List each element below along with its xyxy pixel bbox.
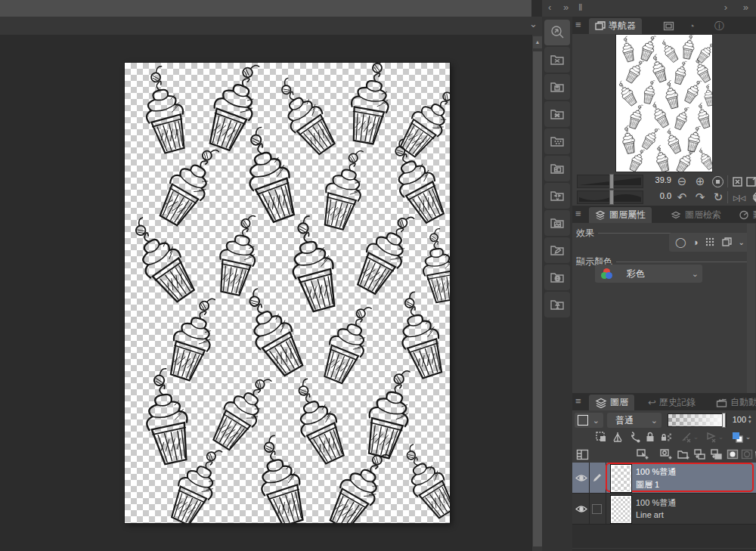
actual-size-icon[interactable] — [743, 174, 756, 189]
dock-drag-handle[interactable]: ‖ — [578, 2, 582, 13]
tab-navigator-label: 導航器 — [609, 20, 636, 33]
panel-forward-icon[interactable]: › — [724, 2, 727, 13]
layer-row-2[interactable]: 100 %普通 Line art — [572, 493, 756, 524]
new-vector-layer-icon[interactable] — [658, 447, 673, 462]
zoom-value: 39.9 — [644, 175, 671, 184]
material-folder-move-icon[interactable] — [544, 183, 570, 209]
tab-layer-search[interactable]: 圖層檢索 — [665, 207, 727, 223]
new-layer-folder-icon[interactable] — [675, 447, 690, 462]
spinner-down-icon[interactable]: ▾ — [748, 419, 751, 424]
layer-tab-bar: ≡ 圖層 ↩ 歷史記錄 自動動作 — [572, 393, 756, 410]
fit-to-screen-icon[interactable] — [730, 174, 745, 189]
canvas-page[interactable] — [125, 63, 450, 523]
quick-zoom-navigate-icon[interactable] — [544, 20, 570, 45]
opacity-spinner[interactable]: ▴ ▾ — [748, 413, 751, 424]
new-raster-layer-icon[interactable] — [634, 447, 649, 462]
create-layer-mask-icon[interactable] — [725, 447, 740, 462]
chevron-down-icon[interactable]: ⌄ — [745, 433, 751, 441]
panel-more-icon[interactable]: » — [743, 2, 748, 13]
delete-layer-icon[interactable] — [752, 447, 756, 462]
zoom-reset-icon[interactable] — [712, 176, 723, 187]
canvas-viewport[interactable] — [0, 35, 531, 551]
zoom-slider-handle[interactable] — [609, 174, 614, 189]
layer-checkbox[interactable] — [592, 504, 602, 514]
tab-layer-property[interactable]: 圖層屬性 — [589, 207, 652, 223]
scrollbar-thumb[interactable] — [533, 51, 542, 546]
material-folder-saved-icon[interactable] — [544, 74, 570, 100]
layer-color-effect-icon[interactable] — [721, 237, 733, 249]
tab-history[interactable]: ↩ 歷史記錄 — [642, 395, 702, 410]
layer-visibility-icon[interactable] — [574, 470, 589, 485]
lock-layer-icon[interactable] — [643, 429, 658, 444]
tab-navigator[interactable]: 導航器 — [589, 18, 642, 34]
layer-thumbnail[interactable] — [611, 496, 631, 523]
zoom-slider[interactable] — [577, 175, 643, 188]
display-color-dropdown[interactable]: 彩色 ⌄ — [595, 265, 702, 283]
tab-auto-action[interactable]: 自動動作 — [710, 395, 756, 410]
collapse-dock-icon[interactable]: ‹ — [548, 2, 551, 13]
rotate-right-icon[interactable]: ↷ — [693, 190, 707, 204]
chevron-down-icon[interactable]: ⌄ — [718, 433, 724, 441]
divider — [727, 175, 728, 187]
spinner-up-icon[interactable]: ▴ — [748, 413, 751, 419]
layer-menu-icon[interactable]: ≡ — [575, 395, 587, 407]
material-folder-edit-icon[interactable] — [544, 237, 570, 263]
blend-mode-dropdown[interactable]: 普通 ⌄ — [607, 413, 662, 428]
divider — [589, 494, 590, 524]
flip-horizontal-icon[interactable]: ▷|◁ — [730, 191, 749, 205]
layer-row-1[interactable]: 100 %普通 圖層 1 — [572, 463, 756, 493]
disabled-ruler-icon[interactable]: ⌄ — [678, 429, 701, 444]
dropdown-chevron-icon: ⌄ — [651, 416, 662, 426]
border-effect-icon[interactable]: ◯ — [675, 237, 686, 247]
layer-name[interactable]: Line art — [636, 510, 664, 519]
reset-rotate-icon[interactable]: ↻ — [711, 190, 725, 204]
material-folder-tone-icon[interactable] — [544, 128, 570, 154]
tab-item-bank[interactable]: ◔ — [683, 18, 701, 34]
flip-vertical-icon[interactable] — [749, 190, 756, 205]
layer-property-scrollbar[interactable] — [747, 224, 755, 408]
zoom-out-icon[interactable]: ⊖ — [675, 175, 689, 188]
canvas-tab-list-chevron-icon[interactable]: ⌄ — [529, 18, 538, 29]
change-palette-layout-icon[interactable] — [575, 447, 590, 462]
layer-color-toggle-icon[interactable]: ⌄ — [728, 429, 754, 444]
divider — [572, 524, 756, 525]
rotate-value: 0.0 — [644, 191, 671, 200]
disabled-mask-icon[interactable]: ⌄ — [703, 429, 726, 444]
tab-sub-view[interactable] — [657, 18, 680, 34]
layer-thumbnail[interactable] — [611, 465, 631, 492]
layer-visibility-icon[interactable] — [574, 501, 589, 516]
rotate-slider-handle[interactable] — [609, 190, 614, 205]
merge-with-lower-layer-icon[interactable] — [708, 447, 723, 462]
effect-more-chevron-icon[interactable]: ⌄ — [739, 239, 745, 246]
canvas-vertical-scrollbar[interactable]: ▲ — [531, 35, 543, 551]
tab-information[interactable]: ⓘ — [708, 18, 730, 34]
layer-name[interactable]: 圖層 1 — [636, 479, 659, 491]
scroll-up-button[interactable]: ▲ — [533, 36, 542, 48]
lock-transparent-pixels-icon[interactable] — [658, 429, 674, 444]
material-folder-monochrome-icon[interactable] — [544, 101, 570, 127]
palette-color-dropdown[interactable]: ⌄ — [575, 413, 603, 428]
tab-layers[interactable]: 圖層 — [589, 395, 634, 410]
material-folder-layout-icon[interactable] — [544, 156, 570, 181]
material-folder-pose-icon[interactable] — [544, 292, 570, 317]
opacity-slider[interactable] — [668, 413, 727, 427]
material-folder-color-pattern-icon[interactable] — [544, 47, 570, 73]
divider — [727, 191, 728, 203]
material-folder-3d-icon[interactable] — [544, 265, 570, 290]
zoom-in-icon[interactable]: ⊕ — [693, 175, 707, 188]
rotate-left-icon[interactable]: ↶ — [675, 190, 689, 204]
chevron-down-icon[interactable]: ⌄ — [693, 433, 699, 441]
enable-keyframes-icon[interactable] — [627, 429, 642, 444]
transfer-to-lower-layer-icon[interactable] — [692, 447, 707, 462]
draw-on-reference-icon[interactable] — [610, 429, 625, 444]
extract-line-icon[interactable] — [705, 237, 715, 249]
layer-property-menu-icon[interactable]: ≡ — [575, 208, 587, 220]
expand-all-icon[interactable]: » — [563, 2, 569, 13]
rotate-slider[interactable] — [577, 190, 643, 204]
navigator-menu-icon[interactable]: ≡ — [575, 19, 587, 31]
navigator-preview[interactable] — [616, 35, 712, 172]
tone-effect-icon[interactable]: ◑ — [692, 237, 699, 247]
clip-to-layer-below-icon[interactable] — [593, 429, 609, 444]
material-folder-image-icon[interactable] — [544, 210, 570, 236]
tab-animation-cels[interactable]: 動畫膠片 — [733, 207, 756, 223]
